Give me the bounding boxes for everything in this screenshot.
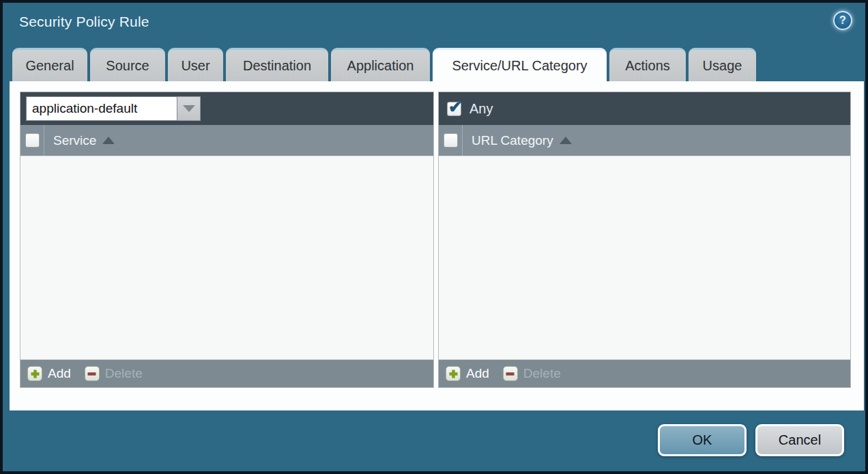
tab-service-url-category[interactable]: Service/URL Category — [433, 48, 607, 81]
plus-icon — [446, 366, 461, 381]
service-column-header-label: Service — [53, 133, 96, 148]
tab-destination[interactable]: Destination — [226, 48, 328, 81]
service-panel: application-default Service — [20, 92, 434, 388]
tab-content: application-default Service — [10, 81, 864, 410]
service-delete-label: Delete — [105, 366, 143, 381]
url-category-column-header[interactable]: URL Category — [472, 133, 572, 148]
url-category-panel-footer: Add Delete — [439, 359, 850, 387]
service-type-dropdown-value[interactable]: application-default — [26, 96, 177, 121]
service-column-header[interactable]: Service — [53, 133, 115, 148]
service-type-dropdown-button[interactable] — [177, 96, 201, 121]
plus-icon — [27, 366, 42, 381]
service-select-all-checkbox[interactable] — [25, 133, 40, 148]
help-icon[interactable]: ? — [833, 11, 852, 30]
dialog-action-buttons: OK Cancel — [658, 424, 844, 456]
url-category-add-label: Add — [466, 366, 489, 381]
url-category-list — [439, 156, 850, 359]
tab-usage[interactable]: Usage — [689, 48, 756, 81]
url-category-delete-button[interactable]: Delete — [503, 366, 561, 381]
any-row: Any — [444, 101, 493, 117]
chevron-down-icon — [183, 105, 195, 112]
minus-icon — [503, 366, 518, 381]
tab-application[interactable]: Application — [331, 48, 430, 81]
service-header-checkbox-cell — [20, 125, 44, 156]
url-category-add-button[interactable]: Add — [446, 366, 489, 381]
any-checkbox[interactable] — [447, 102, 461, 116]
service-delete-button[interactable]: Delete — [85, 366, 143, 381]
tab-source[interactable]: Source — [90, 48, 165, 81]
tab-actions[interactable]: Actions — [609, 48, 686, 81]
cancel-button[interactable]: Cancel — [755, 424, 844, 456]
any-label: Any — [469, 101, 493, 117]
page-title: Security Policy Rule — [19, 14, 149, 30]
service-add-button[interactable]: Add — [27, 366, 71, 381]
url-category-select-all-checkbox[interactable] — [444, 133, 458, 148]
sort-ascending-icon — [102, 137, 115, 144]
tab-general[interactable]: General — [12, 48, 87, 81]
security-policy-rule-dialog: Security Policy Rule ? General Source Us… — [0, 0, 868, 474]
url-category-column-header-label: URL Category — [472, 133, 553, 148]
service-column-header-row: Service — [20, 125, 433, 156]
url-category-panel-header: Any — [439, 92, 850, 125]
url-category-column-header-row: URL Category — [439, 125, 850, 156]
minus-icon — [85, 366, 100, 381]
service-panel-header: application-default — [20, 92, 433, 125]
url-category-header-checkbox-cell — [439, 125, 463, 156]
url-category-delete-label: Delete — [523, 366, 561, 381]
service-panel-footer: Add Delete — [20, 359, 433, 387]
tab-bar: General Source User Destination Applicat… — [12, 48, 756, 81]
service-add-label: Add — [48, 366, 71, 381]
tab-user[interactable]: User — [168, 48, 223, 81]
url-category-panel: Any URL Category Add — [438, 92, 851, 388]
service-list — [20, 156, 433, 359]
ok-button[interactable]: OK — [658, 424, 747, 456]
service-type-dropdown[interactable]: application-default — [26, 96, 201, 121]
sort-ascending-icon — [560, 137, 572, 144]
